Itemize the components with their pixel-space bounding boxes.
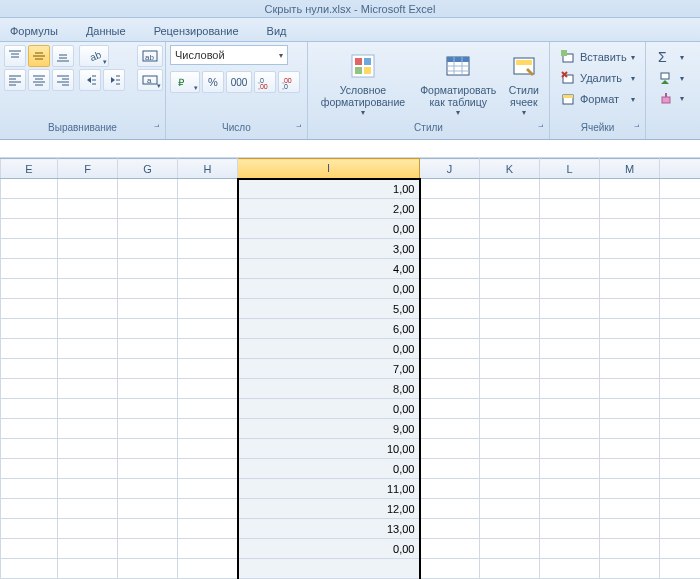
- cell[interactable]: [420, 419, 480, 439]
- table-row[interactable]: 0,00: [1, 539, 701, 559]
- thousands-format-button[interactable]: 000: [226, 71, 252, 93]
- column-header[interactable]: H: [178, 159, 238, 179]
- cell[interactable]: [178, 399, 238, 419]
- cell[interactable]: 0,00: [238, 459, 420, 479]
- cell[interactable]: [480, 179, 540, 199]
- column-header[interactable]: G: [118, 159, 178, 179]
- column-header[interactable]: M: [600, 159, 660, 179]
- align-top-button[interactable]: [4, 45, 26, 67]
- cell[interactable]: [420, 519, 480, 539]
- cell[interactable]: [178, 299, 238, 319]
- column-header[interactable]: E: [1, 159, 58, 179]
- cell[interactable]: [420, 539, 480, 559]
- cell[interactable]: [420, 499, 480, 519]
- increase-decimal-button[interactable]: ,0,00: [254, 71, 276, 93]
- cell[interactable]: [178, 179, 238, 199]
- cell[interactable]: 0,00: [238, 539, 420, 559]
- table-row[interactable]: 13,00: [1, 519, 701, 539]
- cell[interactable]: [420, 479, 480, 499]
- cell[interactable]: [1, 359, 58, 379]
- cell[interactable]: [1, 539, 58, 559]
- tab-formulas[interactable]: Формулы: [8, 21, 60, 41]
- align-left-button[interactable]: [4, 69, 26, 91]
- cell[interactable]: [178, 499, 238, 519]
- cell[interactable]: [1, 559, 58, 579]
- cell[interactable]: [600, 219, 660, 239]
- cell[interactable]: [58, 319, 118, 339]
- delete-cells-button[interactable]: Удалить▾: [556, 68, 639, 88]
- table-row[interactable]: 11,00: [1, 479, 701, 499]
- cell[interactable]: 11,00: [238, 479, 420, 499]
- cell[interactable]: [58, 479, 118, 499]
- cell[interactable]: [420, 379, 480, 399]
- cell[interactable]: [178, 479, 238, 499]
- decrease-decimal-button[interactable]: ,00,0: [278, 71, 300, 93]
- cell[interactable]: [118, 279, 178, 299]
- cell[interactable]: 6,00: [238, 319, 420, 339]
- cell[interactable]: [660, 239, 701, 259]
- cell[interactable]: [420, 239, 480, 259]
- table-row[interactable]: 0,00: [1, 219, 701, 239]
- cell[interactable]: [420, 199, 480, 219]
- cell[interactable]: [660, 219, 701, 239]
- cell[interactable]: [480, 399, 540, 419]
- cell[interactable]: [660, 559, 701, 579]
- cell[interactable]: [600, 379, 660, 399]
- format-as-table-button[interactable]: Форматировать как таблицу▾: [416, 47, 501, 120]
- cell[interactable]: [660, 539, 701, 559]
- wrap-text-button[interactable]: ab: [137, 45, 163, 67]
- cell[interactable]: [600, 319, 660, 339]
- table-row[interactable]: 0,00: [1, 399, 701, 419]
- cell[interactable]: [118, 319, 178, 339]
- table-row[interactable]: 7,00: [1, 359, 701, 379]
- group-number-label[interactable]: Число: [170, 122, 303, 138]
- cell[interactable]: [178, 539, 238, 559]
- cell[interactable]: [178, 219, 238, 239]
- cell[interactable]: [540, 519, 600, 539]
- cell[interactable]: [660, 439, 701, 459]
- cell[interactable]: [1, 499, 58, 519]
- cell[interactable]: [540, 539, 600, 559]
- cell-styles-button[interactable]: Стили ячеек▾: [503, 47, 545, 120]
- table-row[interactable]: 4,00: [1, 259, 701, 279]
- cell[interactable]: [660, 259, 701, 279]
- insert-cells-button[interactable]: Вставить▾: [556, 47, 639, 67]
- cell[interactable]: [1, 179, 58, 199]
- group-cells-label[interactable]: Ячейки: [554, 122, 641, 138]
- cell[interactable]: [480, 439, 540, 459]
- cell[interactable]: [540, 179, 600, 199]
- cell[interactable]: 2,00: [238, 199, 420, 219]
- cell[interactable]: [58, 339, 118, 359]
- cell[interactable]: [1, 279, 58, 299]
- cell[interactable]: 0,00: [238, 399, 420, 419]
- cell[interactable]: [58, 199, 118, 219]
- cell[interactable]: [480, 379, 540, 399]
- table-row[interactable]: 1,00: [1, 179, 701, 199]
- cell[interactable]: [420, 459, 480, 479]
- cell[interactable]: [238, 559, 420, 579]
- cell[interactable]: [420, 279, 480, 299]
- orientation-button[interactable]: ab▾: [79, 45, 109, 67]
- column-header[interactable]: I: [238, 159, 420, 179]
- tab-review[interactable]: Рецензирование: [152, 21, 241, 41]
- cell[interactable]: [660, 279, 701, 299]
- cell[interactable]: [58, 499, 118, 519]
- table-row[interactable]: 10,00: [1, 439, 701, 459]
- cell[interactable]: [660, 399, 701, 419]
- column-header[interactable]: J: [420, 159, 480, 179]
- cell[interactable]: [480, 419, 540, 439]
- cell[interactable]: [1, 459, 58, 479]
- cell[interactable]: [178, 419, 238, 439]
- table-row[interactable]: 0,00: [1, 459, 701, 479]
- cell[interactable]: [58, 519, 118, 539]
- cell[interactable]: [600, 499, 660, 519]
- cell[interactable]: [58, 419, 118, 439]
- cell[interactable]: [480, 339, 540, 359]
- cell[interactable]: [480, 239, 540, 259]
- cell[interactable]: [118, 499, 178, 519]
- table-row[interactable]: [1, 559, 701, 579]
- cell[interactable]: [420, 559, 480, 579]
- column-header[interactable]: F: [58, 159, 118, 179]
- cell[interactable]: [178, 519, 238, 539]
- column-header[interactable]: [660, 159, 701, 179]
